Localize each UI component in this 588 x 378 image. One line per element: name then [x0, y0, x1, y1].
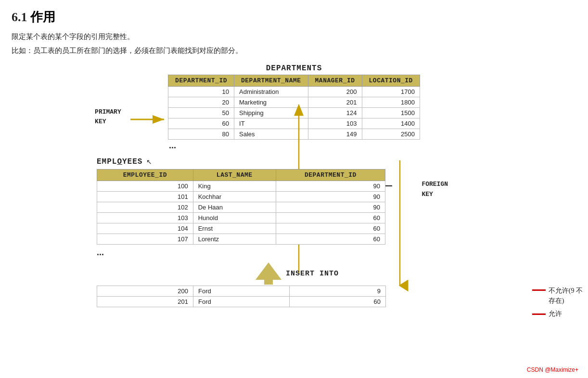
foreign-key-label: FOREIGNKEY [422, 180, 448, 200]
location-id-cell: 1400 [362, 118, 420, 129]
primary-key-label: PRIMARYKEY [95, 107, 121, 126]
manager-id-cell: 149 [308, 129, 362, 140]
dept-id-cell: 60 [168, 118, 234, 129]
table-row: 200 Ford 9 [97, 286, 386, 297]
emp-table-container: EMPLOYEE_ID LAST_NAME DEPARTMENT_ID 100 … [97, 169, 385, 245]
dept-name-cell: Administration [234, 87, 308, 97]
insert-rows-table: 200 Ford 9 201 Ford 60 [97, 286, 386, 307]
emp-id-cell: 107 [97, 234, 193, 245]
emp-col-last-name: LAST_NAME [193, 169, 276, 181]
dept-name-cell: Shipping [234, 108, 308, 118]
emp-id-cell: 102 [97, 202, 193, 213]
emp-dept-id-cell: 90 [276, 192, 385, 202]
manager-id-cell: 103 [308, 118, 362, 129]
dept-ellipsis: ... [169, 141, 176, 151]
table-row: 60 IT 103 1400 [168, 118, 420, 129]
emp-dept-id-cell: 60 [276, 213, 385, 223]
table-row: 103 Hunold 60 [97, 213, 385, 223]
location-id-cell: 1500 [362, 108, 420, 118]
svg-marker-6 [256, 262, 281, 280]
last-name-cell: Lorentz [193, 234, 276, 245]
allow-text: 允许 [549, 310, 562, 318]
insert-arrow-icon [256, 261, 282, 286]
last-name-cell: Ernst [193, 223, 276, 234]
table-row: 101 Kochhar 90 [97, 192, 385, 202]
title-number: 6.1 [12, 10, 27, 24]
bottom-last-name: Ford [193, 286, 290, 297]
not-allow-text: 不允许(9 不存在) [549, 286, 583, 306]
emp-id-cell: 103 [97, 213, 193, 223]
dept-col-manager-id: MANAGER_ID [308, 75, 362, 87]
dept-name-cell: Marketing [234, 97, 308, 108]
location-id-cell: 2500 [362, 129, 420, 140]
table-row: 10 Administration 200 1700 [168, 87, 420, 97]
main-diagram: DEPARTMENTS PRIMARYKEY DEPARTMENT_ID DEP… [97, 64, 491, 307]
table-row: 100 King 90 [97, 181, 385, 192]
table-row: 80 Sales 149 2500 [168, 129, 420, 140]
not-allow-label: 不允许(9 不存在) [532, 286, 583, 306]
last-name-cell: De Haan [193, 202, 276, 213]
dept-table-container: PRIMARYKEY DEPARTMENT_ID DEPARTMENT_NAME… [168, 75, 420, 140]
bottom-rows-area: 200 Ford 9 201 Ford 60 不允许(9 不存在) 允许 [97, 286, 491, 307]
emp-dept-id-cell: 60 [276, 223, 385, 234]
employees-title-row: EMPLOYEES ↖ [97, 157, 491, 168]
emp-id-cell: 104 [97, 223, 193, 234]
table-row: 201 Ford 60 [97, 297, 386, 307]
allow-label: 允许 [532, 310, 583, 318]
last-name-cell: Kochhar [193, 192, 276, 202]
section-title: 6.1 作用 [12, 9, 576, 26]
manager-id-cell: 124 [308, 108, 362, 118]
constraint-labels: 不允许(9 不存在) 允许 [532, 286, 583, 318]
dept-name-cell: IT [234, 118, 308, 129]
table-row: 107 Lorentz 60 [97, 234, 385, 245]
dept-col-location-id: LOCATION_ID [362, 75, 420, 87]
emp-col-emp-id: EMPLOYEE_ID [97, 169, 193, 181]
desc2: 比如：员工表的员工所在部门的选择，必须在部门表能找到对应的部分。 [12, 46, 576, 55]
insert-into-area: INSERT INTO [256, 261, 491, 286]
table-row: 20 Marketing 201 1800 [168, 97, 420, 108]
desc1: 限定某个表的某个字段的引用完整性。 [12, 32, 576, 41]
emp-id-cell: 100 [97, 181, 193, 192]
insert-into-label: INSERT INTO [286, 270, 339, 278]
not-allow-dash [532, 289, 546, 291]
bottom-dept-id: 9 [290, 286, 386, 297]
dept-id-cell: 10 [168, 87, 234, 97]
bottom-last-name: Ford [193, 297, 290, 307]
emp-id-cell: 101 [97, 192, 193, 202]
table-row: 104 Ernst 60 [97, 223, 385, 234]
pk-arrow-svg [129, 113, 168, 126]
location-id-cell: 1800 [362, 97, 420, 108]
dept-id-cell: 20 [168, 97, 234, 108]
departments-area: DEPARTMENTS PRIMARYKEY DEPARTMENT_ID DEP… [97, 64, 491, 152]
emp-ellipsis: ... [97, 248, 491, 258]
dept-col-dept-name: DEPARTMENT_NAME [234, 75, 308, 87]
fk-dash [385, 185, 392, 186]
employees-table: EMPLOYEE_ID LAST_NAME DEPARTMENT_ID 100 … [97, 169, 385, 245]
csdn-watermark: CSDN @Maximize+ [527, 366, 578, 373]
emp-dept-id-cell: 90 [276, 181, 385, 192]
emp-title-underline: O [117, 157, 122, 166]
employees-section: EMPLOYEES ↖ EMPLOYEE_ID LAST_NAME DEPART… [97, 157, 491, 247]
dept-name-cell: Sales [234, 129, 308, 140]
table-row: 102 De Haan 90 [97, 202, 385, 213]
bottom-emp-id: 201 [97, 297, 193, 307]
emp-dept-id-cell: 90 [276, 202, 385, 213]
table-row: 50 Shipping 124 1500 [168, 108, 420, 118]
emp-dept-id-cell: 60 [276, 234, 385, 245]
manager-id-cell: 200 [308, 87, 362, 97]
allow-dash [532, 313, 546, 315]
departments-title: DEPARTMENTS [266, 64, 322, 73]
dept-id-cell: 80 [168, 129, 234, 140]
location-id-cell: 1700 [362, 87, 420, 97]
bottom-emp-id: 200 [97, 286, 193, 297]
departments-table: DEPARTMENT_ID DEPARTMENT_NAME MANAGER_ID… [168, 75, 420, 140]
svg-rect-7 [264, 280, 273, 285]
title-chinese: 作用 [30, 10, 55, 24]
emp-col-dept-id: DEPARTMENT_ID [276, 169, 385, 181]
last-name-cell: Hunold [193, 213, 276, 223]
last-name-cell: King [193, 181, 276, 192]
manager-id-cell: 201 [308, 97, 362, 108]
dept-id-cell: 50 [168, 108, 234, 118]
employees-title: EMPLOYEES [97, 157, 142, 166]
dept-col-dept-id: DEPARTMENT_ID [168, 75, 234, 87]
